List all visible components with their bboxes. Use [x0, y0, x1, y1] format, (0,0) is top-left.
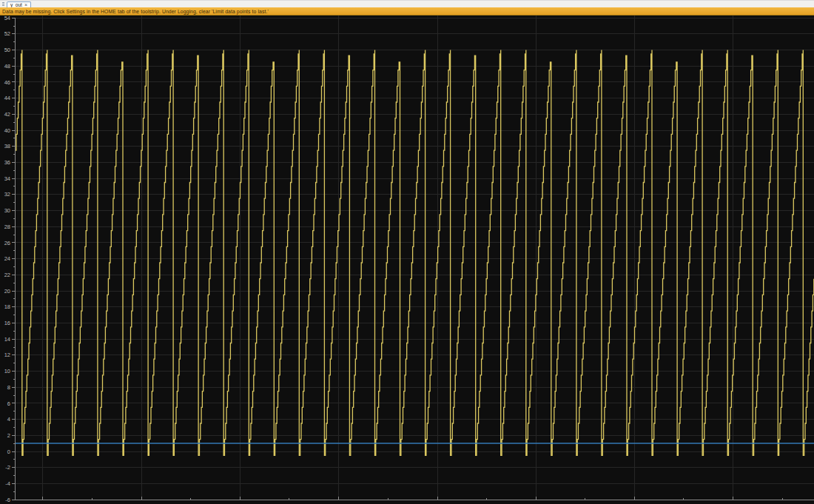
svg-text:24: 24: [4, 255, 10, 262]
document-tab-bar: y_out ×: [0, 0, 814, 7]
svg-text:16: 16: [4, 320, 10, 326]
svg-text:6: 6: [7, 400, 10, 407]
svg-text:0: 0: [7, 448, 10, 455]
svg-text:10: 10: [4, 368, 10, 374]
drag-grip-icon[interactable]: [0, 1, 7, 7]
scope-plot-area[interactable]: 5452504846444240383634323028262422201816…: [0, 16, 814, 504]
scope-chart[interactable]: 5452504846444240383634323028262422201816…: [0, 16, 814, 504]
svg-text:28: 28: [4, 224, 10, 230]
tab-close-icon[interactable]: ×: [24, 3, 27, 7]
tab-y-out[interactable]: y_out ×: [7, 1, 31, 7]
svg-text:42: 42: [4, 111, 10, 118]
y-axis-labels: 5452504846444240383634323028262422201816…: [4, 16, 10, 503]
svg-text:18: 18: [4, 303, 10, 310]
scope-window: y_out × Data may be missing. Click Setti…: [0, 0, 814, 504]
svg-text:20: 20: [4, 288, 10, 295]
svg-text:-4: -4: [5, 480, 10, 487]
svg-text:8: 8: [7, 384, 10, 391]
svg-text:-2: -2: [5, 464, 10, 471]
h-gridlines: [15, 18, 814, 500]
svg-text:26: 26: [4, 240, 10, 246]
svg-text:38: 38: [4, 143, 10, 149]
signal-y-out: [15, 50, 814, 456]
svg-text:36: 36: [4, 159, 10, 166]
svg-text:30: 30: [4, 207, 10, 214]
svg-text:34: 34: [4, 175, 10, 182]
svg-text:54: 54: [4, 16, 10, 21]
warning-banner: Data may be missing. Click Settings in t…: [0, 7, 814, 16]
svg-text:12: 12: [4, 352, 10, 358]
svg-text:46: 46: [4, 79, 10, 86]
svg-text:2: 2: [7, 432, 10, 439]
svg-text:48: 48: [4, 63, 10, 70]
svg-text:-6: -6: [5, 497, 10, 503]
svg-text:52: 52: [4, 30, 10, 37]
svg-text:14: 14: [4, 336, 10, 343]
svg-text:32: 32: [4, 191, 10, 198]
svg-text:4: 4: [7, 416, 10, 423]
svg-text:44: 44: [4, 95, 10, 101]
svg-text:50: 50: [4, 47, 10, 53]
svg-text:22: 22: [4, 272, 10, 278]
svg-text:40: 40: [4, 127, 10, 134]
warning-banner-text: Data may be missing. Click Settings in t…: [2, 9, 269, 14]
